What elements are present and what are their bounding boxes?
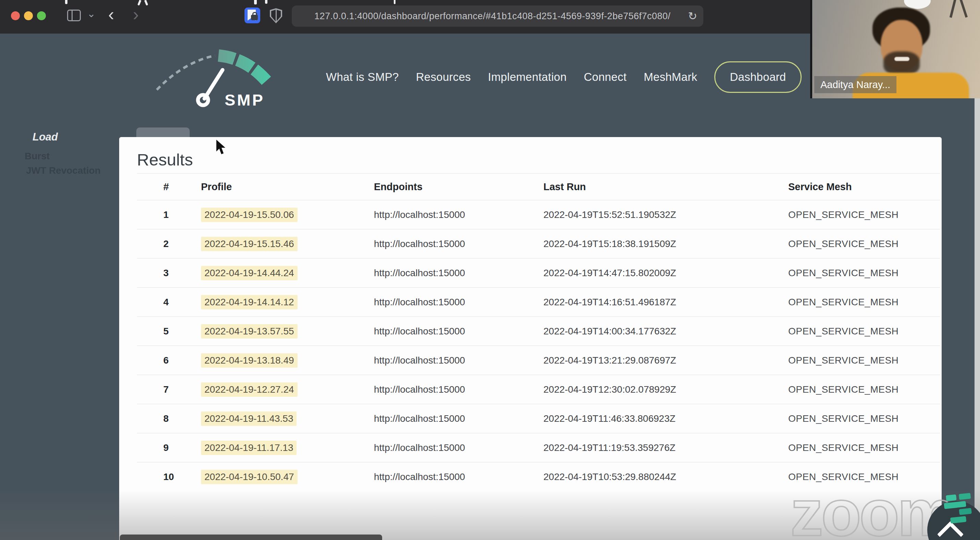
profile-link[interactable]: 2022-04-19-12.27.24 — [201, 382, 298, 397]
lastrun-cell: 2022-04-19T11:46:33.806923Z — [543, 413, 788, 424]
results-table: # Profile Endpoints Last Run Service Mes… — [137, 173, 940, 491]
profile-cell: 2022-04-19-13.57.55 — [201, 324, 374, 339]
col-header-endpoints: Endpoints — [374, 181, 543, 193]
lastrun-cell: 2022-04-19T12:30:02.078929Z — [543, 384, 788, 395]
profile-link[interactable]: 2022-04-19-13.18.49 — [201, 353, 298, 368]
endpoint-cell: http://localhost:15000 — [374, 413, 543, 424]
lastrun-cell: 2022-04-19T14:00:34.177632Z — [543, 326, 788, 337]
nav-connect[interactable]: Connect — [584, 70, 627, 84]
col-header-lastrun: Last Run — [543, 181, 788, 193]
table-row: 3 2022-04-19-14.44.24 http://localhost:1… — [137, 258, 940, 287]
profile-cell: 2022-04-19-10.50.47 — [201, 470, 374, 484]
profile-link[interactable]: 2022-04-19-10.50.47 — [201, 470, 298, 484]
main-nav: What is SMP? Resources Implementation Co… — [326, 55, 802, 99]
mesh-cell: OPEN_SERVICE_MESH — [788, 326, 940, 337]
horizontal-scrollbar[interactable] — [120, 535, 382, 540]
endpoint-cell: http://localhost:15000 — [374, 472, 543, 483]
mouse-cursor — [215, 139, 228, 156]
table-row: 4 2022-04-19-14.14.12 http://localhost:1… — [137, 287, 940, 316]
lastrun-cell: 2022-04-19T14:47:15.802009Z — [543, 268, 788, 279]
lastrun-cell: 2022-04-19T10:53:29.880244Z — [543, 472, 788, 483]
lastrun-cell: 2022-04-19T15:18:38.191509Z — [543, 239, 788, 249]
nav-meshmark[interactable]: MeshMark — [644, 70, 697, 84]
person-beard — [883, 51, 920, 75]
mesh-cell: OPEN_SERVICE_MESH — [788, 355, 940, 366]
smp-logo[interactable]: SMP — [151, 48, 277, 110]
mesh-cell: OPEN_SERVICE_MESH — [788, 297, 940, 308]
endpoint-cell: http://localhost:15000 — [374, 326, 543, 337]
lastrun-cell: 2022-04-19T11:19:53.359276Z — [543, 442, 788, 453]
mesh-cell: OPEN_SERVICE_MESH — [788, 268, 940, 279]
webcam-tile: Aaditya Naray... — [810, 0, 980, 98]
profile-link[interactable]: 2022-04-19-15.15.46 — [201, 237, 298, 251]
participant-name-label: Aaditya Naray... — [814, 76, 896, 93]
nav-dashboard-active[interactable]: Dashboard — [714, 61, 801, 93]
lastrun-cell: 2022-04-19T15:52:51.190532Z — [543, 209, 788, 220]
gauge-arc-left — [157, 56, 215, 90]
table-row: 7 2022-04-19-12.27.24 http://localhost:1… — [137, 374, 940, 404]
endpoint-cell: http://localhost:15000 — [374, 384, 543, 395]
video-title-fragment — [265, 0, 267, 4]
video-title-fragment — [144, 0, 148, 6]
endpoint-cell: http://localhost:15000 — [374, 209, 543, 220]
window-minimize-button[interactable] — [24, 11, 33, 20]
shield-icon[interactable] — [270, 8, 282, 23]
profile-cell: 2022-04-19-14.44.24 — [201, 266, 374, 280]
mesh-cell: OPEN_SERVICE_MESH — [788, 209, 940, 220]
row-number-cell: 3 — [163, 268, 201, 279]
nav-what-is-smp[interactable]: What is SMP? — [326, 70, 399, 84]
password-extension-icon[interactable] — [245, 8, 260, 23]
sidebar-toggle-icon[interactable] — [67, 10, 81, 21]
col-header-profile: Profile — [201, 181, 374, 193]
lastrun-cell: 2022-04-19T14:16:51.496187Z — [543, 297, 788, 308]
row-number-cell: 4 — [163, 297, 201, 308]
background-streak — [959, 0, 968, 18]
video-title-fragment — [254, 0, 257, 5]
profile-cell: 2022-04-19-15.50.06 — [201, 208, 374, 222]
lastrun-cell: 2022-04-19T13:21:29.087697Z — [543, 355, 788, 366]
table-row: 9 2022-04-19-11.17.13 http://localhost:1… — [137, 433, 940, 462]
sidebar-item-load[interactable]: Load — [33, 131, 58, 143]
table-row: 2 2022-04-19-15.15.46 http://localhost:1… — [137, 229, 940, 258]
profile-link[interactable]: 2022-04-19-11.43.53 — [201, 411, 296, 426]
person-smile — [894, 57, 910, 61]
profile-cell: 2022-04-19-12.27.24 — [201, 382, 374, 397]
row-number-cell: 10 — [163, 472, 201, 483]
profile-link[interactable]: 2022-04-19-15.50.06 — [201, 208, 298, 222]
window-zoom-button[interactable] — [37, 11, 46, 20]
nav-resources[interactable]: Resources — [416, 70, 471, 84]
profile-link[interactable]: 2022-04-19-14.44.24 — [201, 266, 298, 280]
table-row: 1 2022-04-19-15.50.06 http://localhost:1… — [137, 200, 940, 229]
mesh-cell: OPEN_SERVICE_MESH — [788, 239, 940, 249]
chevron-down-icon[interactable]: ⌄ — [87, 8, 95, 19]
video-title-fragment — [65, 0, 67, 4]
window-edge-strip — [975, 98, 980, 540]
profile-link[interactable]: 2022-04-19-14.14.12 — [201, 295, 298, 309]
endpoint-cell: http://localhost:15000 — [374, 239, 543, 249]
nav-implementation[interactable]: Implementation — [488, 70, 567, 84]
window-close-button[interactable] — [11, 11, 20, 20]
screen: ⌄ ‹ › 127.0.0.1:4000/dashboard/performan… — [0, 0, 980, 540]
profile-link[interactable]: 2022-04-19-11.17.13 — [201, 441, 296, 455]
back-button[interactable]: ‹ — [108, 4, 114, 25]
endpoint-cell: http://localhost:15000 — [374, 442, 543, 453]
profile-link[interactable]: 2022-04-19-13.57.55 — [201, 324, 298, 339]
col-header-mesh: Service Mesh — [788, 181, 940, 193]
col-header-num: # — [163, 181, 201, 193]
url-text[interactable]: 127.0.0.1:4000/dashboard/performance/#41… — [314, 11, 670, 22]
mesh-cell: OPEN_SERVICE_MESH — [788, 413, 940, 424]
profile-cell: 2022-04-19-15.15.46 — [201, 237, 374, 251]
gauge-needle-hub — [198, 95, 208, 105]
gauge-arc-right — [218, 56, 266, 81]
logo-text: SMP — [224, 91, 265, 109]
endpoint-cell: http://localhost:15000 — [374, 297, 543, 308]
sidebar-item-burst[interactable]: Burst — [25, 151, 50, 162]
reload-icon[interactable]: ↻ — [688, 10, 697, 22]
sidebar-item-jwt-revocation[interactable]: JWT Revocation — [26, 165, 101, 176]
table-row: 8 2022-04-19-11.43.53 http://localhost:1… — [137, 404, 940, 433]
lock-icon — [251, 15, 258, 20]
row-number-cell: 2 — [163, 239, 201, 249]
table-row: 6 2022-04-19-13.18.49 http://localhost:1… — [137, 346, 940, 374]
address-bar[interactable]: 127.0.0.1:4000/dashboard/performance/#41… — [292, 5, 703, 27]
profile-cell: 2022-04-19-11.17.13 — [201, 441, 374, 455]
